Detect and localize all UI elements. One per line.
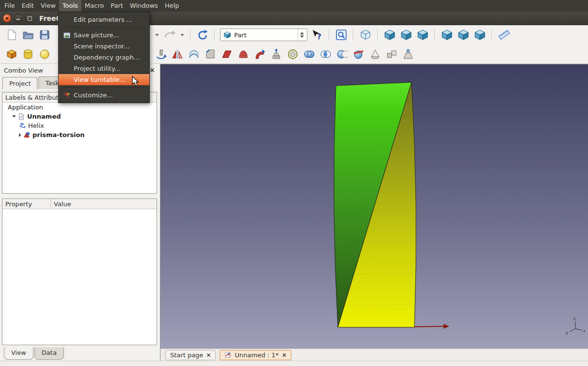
menu-file[interactable]: File <box>1 0 18 12</box>
toolbar-separator <box>190 29 191 41</box>
maximize-window-button[interactable] <box>25 14 33 22</box>
menu-windows[interactable]: Windows <box>127 0 161 12</box>
expander-open-icon[interactable] <box>12 115 16 118</box>
toolbar-separator <box>353 29 354 41</box>
document-icon <box>18 113 25 120</box>
tab-view[interactable]: View <box>4 347 33 360</box>
property-editor: Property Value <box>2 198 157 345</box>
open-folder-button[interactable] <box>21 28 35 42</box>
menu-separator <box>62 87 146 88</box>
menu-tools[interactable]: Tools <box>59 0 81 12</box>
tab-data[interactable]: Data <box>34 347 64 360</box>
whats-this-button[interactable] <box>310 28 324 42</box>
mirror-button[interactable] <box>171 47 184 61</box>
workbench-value: Part <box>234 31 295 39</box>
tree-item-prisma-torsion[interactable]: prisma-torsion <box>2 130 157 139</box>
workbench-spinner[interactable] <box>298 29 306 41</box>
property-column-header[interactable]: Property <box>2 199 51 209</box>
tab-start-page[interactable]: Start page <box>165 350 216 360</box>
ruled-surface-button[interactable] <box>187 47 201 61</box>
redo-menu-arrow-icon[interactable] <box>180 34 184 36</box>
extrude-button[interactable] <box>270 47 283 61</box>
sphere-primitive-button[interactable] <box>38 47 51 61</box>
combo-view-title: Combo View <box>4 67 43 74</box>
axis-indicator: z x y <box>566 317 586 335</box>
offset-button[interactable] <box>286 47 300 61</box>
model-tree: Labels & Attributes Application Unnamed … <box>2 92 157 194</box>
menu-macro[interactable]: Macro <box>81 0 107 12</box>
close-tab-icon[interactable] <box>207 353 211 357</box>
loft-button[interactable] <box>237 47 250 61</box>
section-button[interactable] <box>352 47 366 61</box>
box-primitive-button[interactable] <box>5 47 18 61</box>
menu-item-project-utility[interactable]: Project utility... <box>59 63 149 74</box>
part-feature-icon <box>23 132 30 138</box>
redo-button[interactable] <box>163 28 176 42</box>
boolean-common-button[interactable] <box>319 47 333 61</box>
x-axis-arrow <box>414 324 449 329</box>
picture-icon <box>63 31 71 39</box>
tools-menu-popup: Edit parameters ... Save picture... Scen… <box>58 12 150 103</box>
boolean-cut-button[interactable] <box>335 47 349 61</box>
combo-view-panel: Combo View Project Tasks Labels & Attrib… <box>0 64 160 361</box>
toolbar-separator <box>434 29 435 41</box>
tab-project[interactable]: Project <box>2 77 37 90</box>
cross-section-button[interactable] <box>220 47 234 61</box>
axonometric-view-button[interactable] <box>359 28 372 42</box>
close-window-button[interactable] <box>3 14 11 22</box>
freecad-document-icon <box>224 351 231 358</box>
cylinder-primitive-button[interactable] <box>21 47 35 61</box>
refresh-button[interactable] <box>196 28 209 42</box>
mouse-cursor <box>132 76 140 87</box>
menu-separator <box>62 27 146 28</box>
tree-item-unnamed[interactable]: Unnamed <box>2 112 157 121</box>
menu-item-dependency-graph[interactable]: Dependency graph... <box>59 52 149 63</box>
view-bottom-button[interactable] <box>457 28 470 42</box>
undo-menu-arrow-icon[interactable] <box>155 34 159 36</box>
mdi-tab-bar: Start page Unnamed : 1* <box>160 349 588 361</box>
svg-text:z: z <box>573 317 575 321</box>
view-right-button[interactable] <box>416 28 429 42</box>
tree-item-application[interactable]: Application <box>2 103 157 112</box>
menubar: File Edit View Tools Macro Part Windows … <box>0 0 588 12</box>
menu-help[interactable]: Help <box>161 0 183 12</box>
minimize-window-button[interactable] <box>14 14 22 22</box>
shape-builder-button[interactable] <box>401 47 415 61</box>
revolve-button[interactable] <box>154 47 168 61</box>
freecad-window: File Edit View Tools Macro Part Windows … <box>0 0 588 366</box>
menu-item-edit-parameters[interactable]: Edit parameters ... <box>59 14 149 25</box>
menu-view[interactable]: View <box>37 0 59 12</box>
menu-item-customize[interactable]: Customize... <box>59 90 149 101</box>
save-button[interactable] <box>38 28 51 42</box>
measure-distance-button[interactable] <box>497 28 511 42</box>
toolbar-separator <box>492 29 493 41</box>
cone-primitive-button[interactable] <box>368 47 382 61</box>
menu-item-scene-inspector[interactable]: Scene inspector... <box>59 41 149 52</box>
customize-icon <box>63 92 71 99</box>
view-top-button[interactable] <box>399 28 413 42</box>
chamfer-button[interactable] <box>204 47 217 61</box>
menu-part[interactable]: Part <box>107 0 127 12</box>
3d-viewport[interactable]: z x y <box>160 64 588 349</box>
value-column-header[interactable]: Value <box>51 199 157 209</box>
menu-edit[interactable]: Edit <box>18 0 37 12</box>
svg-text:x: x <box>583 329 586 333</box>
boolean-union-button[interactable] <box>302 47 316 61</box>
zoom-fit-button[interactable] <box>334 28 348 42</box>
new-document-button[interactable] <box>5 28 18 42</box>
view-rear-button[interactable] <box>440 28 454 42</box>
expander-closed-icon[interactable] <box>19 133 21 137</box>
svg-text:y: y <box>566 331 568 335</box>
view-front-button[interactable] <box>383 28 397 42</box>
sweep-button[interactable] <box>253 47 267 61</box>
status-bar <box>0 361 588 366</box>
tree-item-helix[interactable]: Helix <box>2 121 157 130</box>
compound-button[interactable] <box>385 47 398 61</box>
toolbar-separator <box>377 29 378 41</box>
view-left-button[interactable] <box>473 28 487 42</box>
tab-unnamed-document[interactable]: Unnamed : 1* <box>220 350 291 360</box>
menu-item-save-picture[interactable]: Save picture... <box>59 30 149 41</box>
workbench-selector[interactable]: Part <box>220 29 307 41</box>
close-tab-icon[interactable] <box>282 353 286 357</box>
helix-icon <box>19 122 26 129</box>
